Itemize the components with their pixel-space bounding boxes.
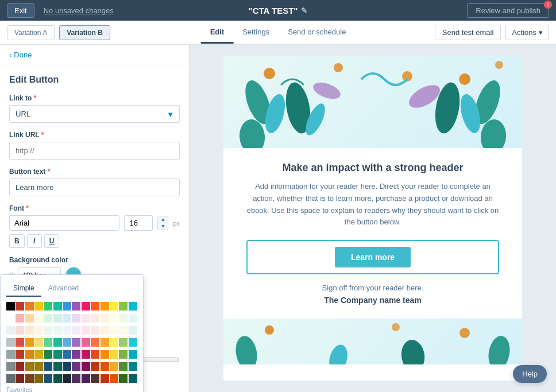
help-button[interactable]: Help	[513, 365, 547, 383]
exit-button[interactable]: Exit	[7, 3, 34, 18]
color-cell[interactable]	[25, 374, 34, 383]
color-cell[interactable]	[44, 338, 52, 347]
tab-edit[interactable]: Edit	[201, 22, 234, 44]
color-cell[interactable]	[16, 338, 24, 347]
color-cell[interactable]	[25, 326, 34, 335]
color-cell[interactable]	[53, 374, 62, 383]
color-cell[interactable]	[16, 374, 24, 383]
color-cell[interactable]	[25, 362, 34, 371]
color-cell[interactable]	[119, 362, 128, 371]
font-size-down-btn[interactable]: ▼	[158, 223, 168, 230]
font-select[interactable]: Arial	[9, 215, 119, 231]
color-cell[interactable]	[44, 326, 52, 335]
color-cell[interactable]	[72, 302, 80, 311]
color-cell[interactable]	[34, 302, 43, 311]
font-size-up-btn[interactable]: ▲	[158, 216, 168, 223]
color-cell[interactable]	[72, 326, 80, 335]
button-text-input[interactable]	[9, 178, 180, 196]
color-cell[interactable]	[129, 374, 137, 383]
color-cell[interactable]	[82, 326, 90, 335]
color-cell[interactable]	[25, 350, 34, 359]
color-cell[interactable]	[34, 362, 43, 371]
color-cell[interactable]	[53, 350, 62, 359]
color-cell[interactable]	[129, 338, 137, 347]
color-cell[interactable]	[34, 314, 43, 323]
color-cell[interactable]	[119, 302, 128, 311]
link-to-select[interactable]: URL	[9, 105, 180, 123]
color-cell[interactable]	[16, 314, 24, 323]
color-cell[interactable]	[53, 362, 62, 371]
color-cell[interactable]	[82, 350, 90, 359]
color-cell[interactable]	[110, 338, 118, 347]
color-cell[interactable]	[16, 362, 24, 371]
color-cell[interactable]	[129, 314, 137, 323]
color-cell[interactable]	[119, 374, 128, 383]
color-cell[interactable]	[110, 350, 118, 359]
color-cell[interactable]	[53, 314, 62, 323]
color-cell[interactable]	[44, 314, 52, 323]
color-cell[interactable]	[72, 338, 80, 347]
color-cell[interactable]	[101, 374, 109, 383]
color-cell[interactable]	[63, 374, 71, 383]
color-cell[interactable]	[91, 326, 99, 335]
color-cell[interactable]	[63, 302, 71, 311]
variation-b-button[interactable]: Variation B	[59, 25, 110, 40]
color-cell[interactable]	[91, 338, 99, 347]
color-cell[interactable]	[129, 326, 137, 335]
color-cell[interactable]	[119, 314, 128, 323]
edit-pencil-icon[interactable]: ✎	[301, 6, 307, 15]
color-cell[interactable]	[63, 314, 71, 323]
picker-tab-advanced[interactable]: Advanced	[41, 281, 86, 297]
color-cell[interactable]	[119, 350, 128, 359]
color-cell[interactable]	[44, 302, 52, 311]
color-cell[interactable]	[82, 302, 90, 311]
color-cell[interactable]	[34, 374, 43, 383]
color-cell[interactable]	[72, 314, 80, 323]
bold-button[interactable]: B	[9, 234, 25, 248]
color-cell[interactable]	[129, 350, 137, 359]
color-cell[interactable]	[91, 374, 99, 383]
tab-send[interactable]: Send or schedule	[279, 22, 355, 44]
underline-button[interactable]: U	[44, 234, 60, 248]
color-cell[interactable]	[16, 350, 24, 359]
color-cell[interactable]	[101, 302, 109, 311]
color-cell[interactable]	[53, 326, 62, 335]
color-cell[interactable]	[110, 314, 118, 323]
color-cell[interactable]	[72, 350, 80, 359]
color-cell[interactable]	[91, 314, 99, 323]
color-cell[interactable]	[82, 338, 90, 347]
color-cell[interactable]	[110, 374, 118, 383]
color-cell[interactable]	[44, 362, 52, 371]
color-cell[interactable]	[6, 374, 15, 383]
font-size-input[interactable]	[124, 215, 153, 231]
color-cell[interactable]	[110, 326, 118, 335]
color-cell[interactable]	[101, 338, 109, 347]
color-cell[interactable]	[63, 350, 71, 359]
actions-button[interactable]: Actions ▾	[505, 25, 549, 40]
color-cell[interactable]	[91, 362, 99, 371]
done-link[interactable]: ‹ Done	[0, 45, 189, 65]
color-cell[interactable]	[101, 362, 109, 371]
color-cell[interactable]	[119, 326, 128, 335]
cta-learn-more-button[interactable]: Learn more	[335, 247, 411, 267]
color-cell[interactable]	[25, 338, 34, 347]
color-cell[interactable]	[44, 350, 52, 359]
send-test-button[interactable]: Send test email	[435, 25, 501, 40]
color-cell[interactable]	[72, 374, 80, 383]
picker-tab-simple[interactable]: Simple	[6, 281, 41, 297]
color-cell[interactable]	[110, 302, 118, 311]
review-publish-button[interactable]: Review and publish 1	[467, 3, 549, 18]
color-cell[interactable]	[82, 374, 90, 383]
color-cell[interactable]	[34, 326, 43, 335]
color-cell[interactable]	[34, 350, 43, 359]
color-cell[interactable]	[63, 362, 71, 371]
color-cell[interactable]	[82, 314, 90, 323]
color-cell[interactable]	[6, 302, 15, 311]
tab-settings[interactable]: Settings	[233, 22, 279, 44]
italic-button[interactable]: I	[27, 234, 42, 248]
color-cell[interactable]	[91, 302, 99, 311]
color-cell[interactable]	[91, 350, 99, 359]
color-cell[interactable]	[44, 374, 52, 383]
unsaved-changes-link[interactable]: No unsaved changes	[44, 6, 114, 15]
font-size-spinner[interactable]: ▲ ▼	[157, 216, 168, 230]
